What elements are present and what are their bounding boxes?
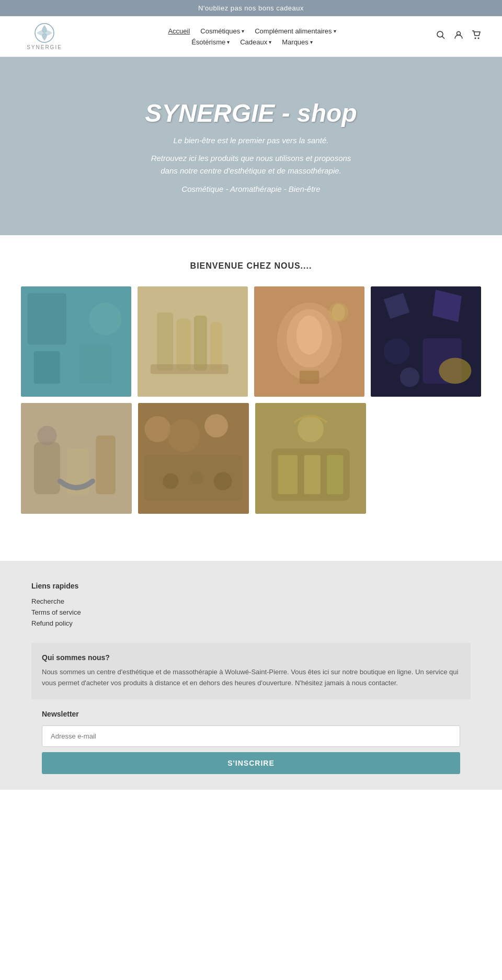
svg-point-23 (332, 304, 345, 321)
product-card-cadeaux[interactable]: Cadeaux (371, 286, 481, 397)
svg-rect-30 (34, 442, 60, 494)
svg-point-47 (298, 416, 324, 442)
logo-icon (34, 22, 55, 43)
svg-line-2 (442, 37, 445, 39)
nav-accueil[interactable]: Accueil (168, 27, 190, 35)
nav-row-2: Ésotérisme ▾ Cadeaux ▾ Marques ▾ (191, 38, 313, 46)
logo-text: SYNERGIE (27, 44, 62, 50)
hero-title: SYNERGIE - shop (145, 99, 357, 128)
logo[interactable]: SYNERGIE (21, 22, 68, 50)
svg-rect-44 (278, 455, 298, 494)
card-massage-bg (138, 403, 249, 514)
svg-point-9 (89, 303, 121, 335)
svg-point-33 (37, 426, 56, 445)
svg-point-41 (214, 472, 232, 490)
hero-subtitle: Le bien-être est le premier pas vers la … (174, 136, 329, 145)
product-card-bons-cadeaux[interactable]: Les bons cadeaux! (21, 286, 131, 397)
nav-row-1: Accueil Cosmétiques ▾ Complément aliment… (168, 27, 336, 35)
footer-link-recherche[interactable]: Recherche (31, 597, 471, 605)
newsletter-submit-button[interactable]: S'INSCRIRE (42, 752, 460, 774)
svg-rect-14 (194, 316, 207, 371)
svg-rect-12 (157, 313, 173, 371)
main-nav: Accueil Cosmétiques ▾ Complément aliment… (68, 27, 436, 46)
nav-cadeaux[interactable]: Cadeaux ▾ (240, 38, 271, 46)
hero-section: SYNERGIE - shop Le bien-être est le prem… (0, 57, 502, 235)
svg-point-25 (384, 338, 410, 364)
svg-point-35 (144, 416, 170, 442)
newsletter-section: Newsletter S'INSCRIRE (31, 710, 471, 774)
svg-rect-10 (79, 345, 112, 384)
newsletter-title: Newsletter (42, 710, 460, 718)
product-card-massage[interactable]: Massage (138, 403, 249, 514)
footer-link-refund[interactable]: Refund policy (31, 619, 471, 627)
product-grid-row1: Les bons cadeaux! Les produits (21, 286, 481, 397)
svg-point-40 (190, 471, 203, 485)
top-banner: N'oubliez pas nos bons cadeaux (0, 0, 502, 16)
product-grid-row2: Bain - douche Massage (21, 403, 366, 514)
svg-point-27 (400, 367, 419, 387)
header-actions (436, 30, 481, 42)
chevron-down-icon: ▾ (227, 39, 230, 45)
svg-rect-13 (176, 319, 190, 371)
card-cadeaux-bg (371, 286, 481, 397)
svg-rect-45 (304, 455, 321, 494)
header: SYNERGIE Accueil Cosmétiques ▾ Complémen… (0, 16, 502, 57)
chevron-down-icon: ▾ (334, 28, 336, 34)
svg-point-39 (163, 474, 178, 489)
user-icon (454, 30, 463, 40)
svg-rect-46 (327, 455, 343, 494)
card-senteurs-bg (255, 403, 366, 514)
nav-complement[interactable]: Complément alimentaires ▾ (255, 27, 336, 35)
product-card-decoration[interactable]: Décoration (254, 286, 364, 397)
footer-about-title: Qui sommes nous? (42, 653, 460, 662)
section-title: BIENVENUE CHEZ NOUS.... (21, 261, 481, 271)
nav-marques[interactable]: Marques ▾ (282, 38, 313, 46)
svg-point-1 (437, 31, 443, 37)
footer-about: Qui sommes nous? Nous sommes un centre d… (31, 643, 471, 699)
hero-tagline: Cosmétique - Aromathérapie - Bien-être (181, 185, 320, 193)
svg-point-28 (439, 358, 471, 384)
chevron-down-icon: ▾ (242, 28, 244, 34)
svg-point-4 (475, 38, 476, 39)
svg-point-36 (167, 419, 200, 452)
hero-desc: Retrouvez ici les produits que nous util… (151, 152, 351, 177)
svg-rect-7 (27, 293, 66, 344)
chevron-down-icon: ▾ (310, 39, 313, 45)
svg-rect-21 (300, 371, 319, 384)
cart-icon (472, 30, 481, 40)
newsletter-email-input[interactable] (42, 725, 460, 747)
product-card-bain[interactable]: Bain - douche (21, 403, 132, 514)
svg-point-20 (296, 316, 323, 354)
footer: Liens rapides Recherche Terms of service… (0, 561, 502, 790)
banner-text: N'oubliez pas nos bons cadeaux (198, 4, 304, 12)
svg-rect-11 (138, 286, 248, 397)
svg-point-37 (204, 414, 228, 437)
footer-about-text: Nous sommes un centre d'esthétique et de… (42, 667, 460, 689)
card-decoration-bg (254, 286, 364, 397)
card-produits-bg (138, 286, 248, 397)
card-bons-bg (21, 286, 131, 397)
product-card-senteurs[interactable]: Senteurs (255, 403, 366, 514)
main-content: BIENVENUE CHEZ NOUS.... Les bons cadeaux… (0, 235, 502, 529)
search-icon (436, 30, 446, 40)
svg-rect-8 (34, 351, 60, 384)
nav-cosmetiques[interactable]: Cosmétiques ▾ (200, 27, 244, 35)
nav-esoterisme[interactable]: Ésotérisme ▾ (191, 38, 230, 46)
card-bain-bg (21, 403, 132, 514)
login-button[interactable] (454, 30, 463, 42)
chevron-down-icon: ▾ (269, 39, 271, 45)
cart-button[interactable] (472, 30, 481, 42)
search-button[interactable] (436, 30, 446, 42)
footer-link-terms[interactable]: Terms of service (31, 608, 471, 616)
svg-rect-32 (96, 435, 115, 494)
product-card-produits[interactable]: Les produits (138, 286, 248, 397)
footer-links-title: Liens rapides (31, 582, 471, 590)
footer-links-section: Liens rapides Recherche Terms of service… (31, 582, 471, 627)
svg-rect-15 (210, 322, 222, 371)
svg-point-5 (478, 38, 480, 39)
svg-rect-16 (151, 364, 229, 374)
